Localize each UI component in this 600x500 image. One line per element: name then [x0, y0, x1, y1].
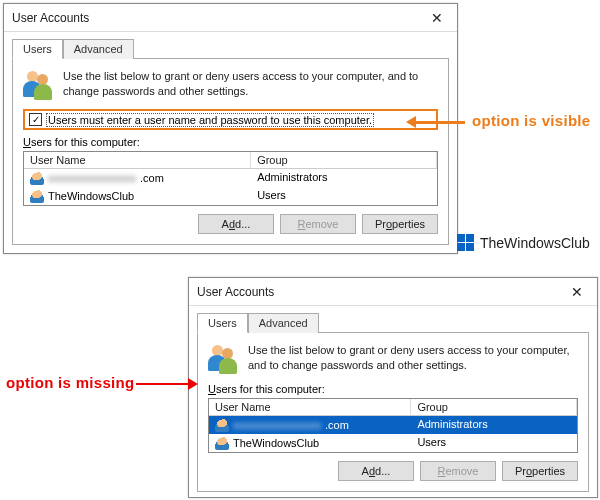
user-group: Administrators [411, 416, 577, 434]
user-icon [30, 189, 44, 203]
annotation-missing: option is missing [6, 374, 134, 391]
users-list-label: Users for this computer: [208, 383, 578, 395]
users-icon [208, 343, 240, 375]
user-name: TheWindowsClub [233, 437, 319, 449]
user-group: Users [411, 434, 577, 452]
tab-body-users: Use the list below to grant or deny user… [197, 332, 589, 492]
list-row[interactable]: xxxxxxxxxxxxxxxx.com Administrators [209, 416, 577, 434]
info-text: Use the list below to grant or deny user… [248, 343, 578, 373]
info-row: Use the list below to grant or deny user… [23, 69, 438, 101]
remove-button: Remove [280, 214, 356, 234]
properties-button[interactable]: Properties [362, 214, 438, 234]
user-obscured: xxxxxxxxxxxxxxxx [48, 172, 136, 184]
users-icon [23, 69, 55, 101]
tab-advanced[interactable]: Advanced [63, 39, 134, 59]
tab-advanced[interactable]: Advanced [248, 313, 319, 333]
watermark-text: TheWindowsClub [480, 235, 590, 251]
user-icon [30, 171, 44, 185]
close-icon[interactable]: ✕ [417, 4, 457, 32]
tab-strip: Users Advanced [197, 312, 589, 332]
add-button[interactable]: Add... [338, 461, 414, 481]
list-row[interactable]: TheWindowsClub Users [24, 187, 437, 205]
window-title: User Accounts [12, 11, 417, 25]
list-row[interactable]: xxxxxxxxxxxxxxxx.com Administrators [24, 169, 437, 187]
require-password-label: Users must enter a user name and passwor… [47, 114, 373, 126]
user-icon [215, 436, 229, 450]
remove-button: Remove [420, 461, 496, 481]
user-icon [215, 418, 229, 432]
close-icon[interactable]: ✕ [557, 278, 597, 306]
tab-users[interactable]: Users [197, 313, 248, 333]
user-obscured: xxxxxxxxxxxxxxxx [233, 419, 321, 431]
checkbox-icon[interactable]: ✓ [29, 113, 42, 126]
col-group-header[interactable]: Group [251, 152, 437, 168]
add-button[interactable]: Add... [198, 214, 274, 234]
titlebar: User Accounts ✕ [4, 4, 457, 32]
user-name: TheWindowsClub [48, 190, 134, 202]
col-username-header[interactable]: User Name [24, 152, 251, 168]
user-group: Administrators [251, 169, 437, 187]
window-title: User Accounts [197, 285, 557, 299]
list-header: User Name Group [209, 399, 577, 416]
watermark: TheWindowsClub [457, 234, 590, 251]
users-listbox[interactable]: User Name Group xxxxxxxxxxxxxxxx.com Adm… [23, 151, 438, 206]
annotation-arrow-orange [410, 121, 465, 124]
annotation-arrow-red [136, 383, 194, 385]
col-username-header[interactable]: User Name [209, 399, 411, 415]
tab-body-users: Use the list below to grant or deny user… [12, 58, 449, 245]
users-list-label: Users for this computer: [23, 136, 438, 148]
properties-button[interactable]: Properties [502, 461, 578, 481]
user-accounts-dialog-missing: User Accounts ✕ Users Advanced Use the l… [188, 277, 598, 498]
button-row: Add... Remove Properties [208, 461, 578, 481]
logo-icon [457, 234, 474, 251]
info-text: Use the list below to grant or deny user… [63, 69, 438, 99]
list-row[interactable]: TheWindowsClub Users [209, 434, 577, 452]
tab-strip: Users Advanced [12, 38, 449, 58]
require-password-row[interactable]: ✓ Users must enter a user name and passw… [23, 109, 438, 130]
users-listbox[interactable]: User Name Group xxxxxxxxxxxxxxxx.com Adm… [208, 398, 578, 453]
tab-users[interactable]: Users [12, 39, 63, 59]
user-suffix: .com [325, 419, 349, 431]
col-group-header[interactable]: Group [411, 399, 577, 415]
annotation-visible: option is visible [472, 112, 590, 129]
user-suffix: .com [140, 172, 164, 184]
user-accounts-dialog-visible: User Accounts ✕ Users Advanced Use the l… [3, 3, 458, 254]
list-header: User Name Group [24, 152, 437, 169]
button-row: Add... Remove Properties [23, 214, 438, 234]
user-group: Users [251, 187, 437, 205]
info-row: Use the list below to grant or deny user… [208, 343, 578, 375]
titlebar: User Accounts ✕ [189, 278, 597, 306]
